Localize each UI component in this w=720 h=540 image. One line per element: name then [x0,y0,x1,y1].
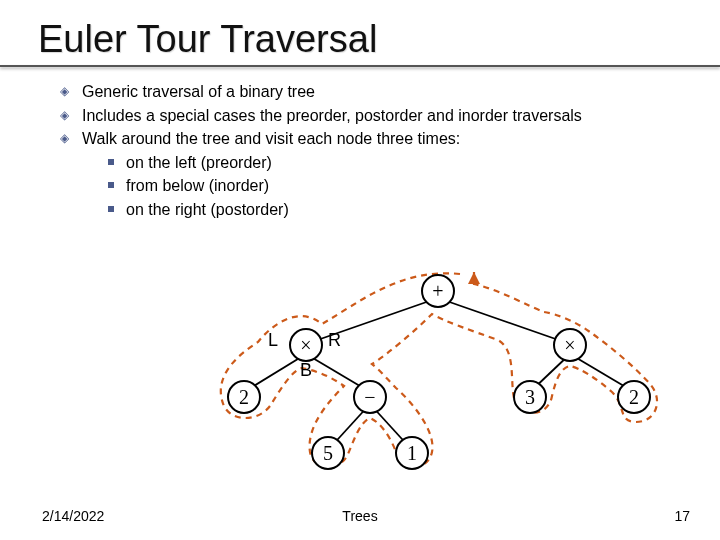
bullet-3-text: Walk around the tree and visit each node… [82,130,460,147]
label-right-visit: R [328,330,341,351]
sub-bullet-1: on the left (preorder) [108,152,692,174]
node-5: 5 [311,436,345,470]
tree-diagram: L R B + × × 2 − 3 2 5 1 [0,272,720,502]
node-mul-right: × [553,328,587,362]
bullet-1: Generic traversal of a binary tree [60,81,692,103]
node-mul-left: × [289,328,323,362]
label-left-visit: L [268,330,278,351]
bullet-3: Walk around the tree and visit each node… [60,128,692,220]
node-3: 3 [513,380,547,414]
sub-bullet-2: from below (inorder) [108,175,692,197]
node-2-right: 2 [617,380,651,414]
label-below-visit: B [300,360,312,381]
slide-title: Euler Tour Traversal [38,18,720,61]
bullet-2: Includes a special cases the preorder, p… [60,105,692,127]
node-minus: − [353,380,387,414]
title-underline [0,65,720,67]
sub-bullet-3: on the right (postorder) [108,199,692,221]
node-2-left: 2 [227,380,261,414]
tour-arrowhead-icon [468,272,480,284]
footer-page: 17 [674,508,690,524]
svg-line-1 [438,298,570,344]
node-plus: + [421,274,455,308]
node-1: 1 [395,436,429,470]
bullet-content: Generic traversal of a binary tree Inclu… [0,81,720,221]
footer-center: Trees [0,508,720,524]
